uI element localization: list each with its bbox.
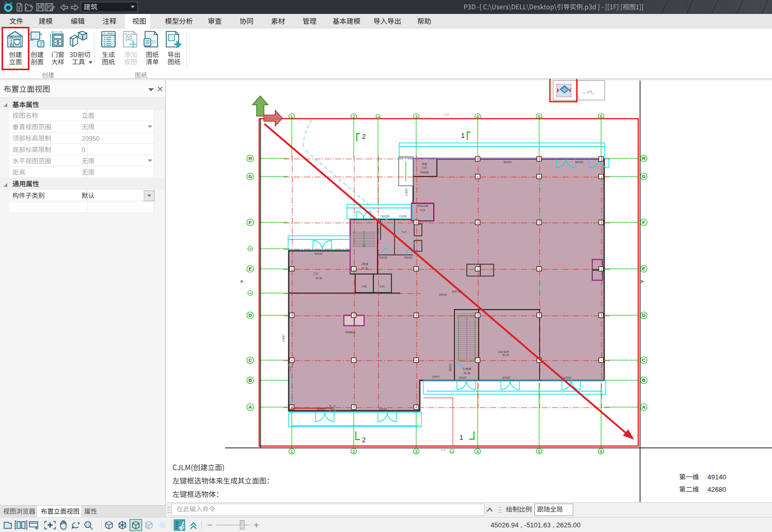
svg-text:45026.94 , -5101.63 , 2625.00: 45026.94 , -5101.63 , 2625.00 [491,521,580,529]
svg-text:0: 0 [82,147,85,154]
svg-text:42680: 42680 [707,486,726,493]
svg-text:20950: 20950 [82,135,100,142]
svg-text:49140: 49140 [707,473,726,481]
